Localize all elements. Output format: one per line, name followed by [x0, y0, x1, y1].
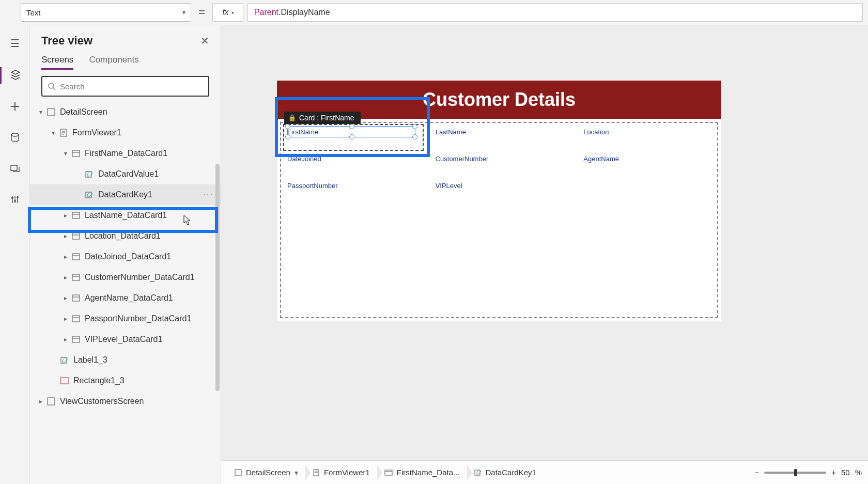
- svg-rect-16: [72, 316, 80, 322]
- formula-token-parent: Parent: [254, 8, 278, 17]
- tree-node-passport-card[interactable]: ▸ PassportNumber_DataCard1: [30, 308, 221, 329]
- formula-input[interactable]: Parent.DisplayName: [247, 3, 863, 22]
- chevron-right-icon: ▸: [61, 336, 70, 343]
- scrollbar-thumb[interactable]: [215, 164, 220, 391]
- field-customernumber[interactable]: CustomerNumber: [436, 152, 563, 177]
- resize-handle[interactable]: [412, 124, 417, 129]
- chevron-right-icon: ▸: [61, 212, 70, 219]
- tree-node-viplevel-card[interactable]: ▸ VIPLevel_DataCard1: [30, 329, 221, 350]
- cursor-icon: [182, 215, 191, 226]
- tree-node-datejoined-card[interactable]: ▸ DateJoined_DataCard1: [30, 246, 221, 267]
- datacard-icon: [70, 212, 82, 219]
- svg-rect-6: [48, 108, 55, 116]
- tree-node-label: VIPLevel_DataCard1: [85, 335, 162, 344]
- resize-handle[interactable]: [349, 134, 354, 139]
- breadcrumb-formviewer[interactable]: FormViewer1: [305, 461, 377, 484]
- tree-node-lastname-card[interactable]: ▸ LastName_DataCard1: [30, 205, 221, 226]
- fx-button[interactable]: fx ▾: [212, 3, 243, 22]
- zoom-in-button[interactable]: +: [831, 468, 836, 477]
- tree-node-customernum-card[interactable]: ▸ CustomerNumber_DataCard1: [30, 267, 221, 288]
- tree-node-agentname-card[interactable]: ▸ AgentName_DataCard1: [30, 288, 221, 308]
- datacard-icon: [70, 150, 82, 157]
- svg-rect-21: [235, 470, 241, 476]
- resize-handle[interactable]: [412, 134, 417, 139]
- tab-screens[interactable]: Screens: [41, 55, 73, 70]
- screen-icon: [235, 469, 242, 476]
- formula-bar: Text ▾ = fx ▾ Parent.DisplayName: [0, 0, 868, 25]
- property-dropdown-label: Text: [26, 8, 41, 17]
- insert-icon[interactable]: [0, 98, 29, 115]
- breadcrumb-datacardkey[interactable]: DataCardKey1: [467, 461, 544, 484]
- field-passportnumber[interactable]: PassportNumber: [287, 179, 415, 204]
- tree-node-location-card[interactable]: ▸ Location_DataCard1: [30, 226, 221, 246]
- form-icon: [58, 129, 69, 137]
- resize-handle[interactable]: [349, 124, 354, 129]
- chevron-right-icon: ▸: [61, 232, 70, 240]
- property-dropdown[interactable]: Text ▾: [21, 3, 191, 22]
- tree-node-label: DetailScreen: [60, 107, 107, 117]
- card-tag-label: Card : FirstName: [299, 114, 354, 122]
- rectangle-icon: [59, 377, 70, 384]
- svg-point-4: [17, 196, 19, 198]
- tree-node-label1-3[interactable]: Label1_3: [30, 350, 221, 370]
- label-edit-icon: [84, 170, 95, 178]
- tree-node-datacardvalue[interactable]: DataCardValue1: [30, 164, 221, 184]
- field-location[interactable]: Location: [583, 125, 711, 150]
- canvas[interactable]: Customer Details FirstName LastName Loca…: [221, 25, 868, 484]
- data-icon[interactable]: [0, 129, 29, 146]
- search-box[interactable]: [41, 76, 209, 97]
- tree-node-formviewer[interactable]: ▾ FormViewer1: [30, 122, 221, 143]
- svg-rect-12: [72, 233, 80, 239]
- resize-handle[interactable]: [285, 134, 290, 139]
- left-rail: ☰: [0, 25, 30, 484]
- chevron-down-icon: ▾: [295, 469, 298, 477]
- breadcrumb-label: FormViewer1: [324, 468, 370, 477]
- selected-label-box[interactable]: [287, 126, 415, 137]
- search-input[interactable]: [60, 82, 203, 91]
- tree-title: Tree view: [41, 34, 92, 48]
- close-icon[interactable]: ✕: [200, 35, 209, 47]
- tab-components[interactable]: Components: [89, 55, 138, 70]
- tree-node-rectangle1-3[interactable]: Rectangle1_3: [30, 370, 221, 391]
- search-icon: [48, 82, 56, 90]
- zoom-slider[interactable]: [764, 472, 826, 474]
- tree-node-datacardkey[interactable]: DataCardKey1 ···: [30, 184, 221, 205]
- datacard-icon: [70, 274, 82, 281]
- zoom-thumb[interactable]: [794, 469, 797, 476]
- tree-view-icon[interactable]: [0, 67, 29, 84]
- tree-node-label: DataCardValue1: [98, 169, 159, 179]
- datacard-icon: [70, 294, 82, 302]
- advanced-tools-icon[interactable]: [0, 191, 29, 208]
- field-datejoined[interactable]: DateJoined: [287, 152, 415, 177]
- zoom-control: − + 50 %: [754, 468, 862, 477]
- resize-handle[interactable]: [285, 124, 290, 129]
- media-icon[interactable]: [0, 160, 29, 177]
- svg-rect-23: [385, 470, 392, 475]
- zoom-out-button[interactable]: −: [754, 468, 759, 477]
- form-viewer[interactable]: FirstName LastName Location DateJoined C…: [280, 122, 718, 318]
- svg-point-2: [11, 197, 13, 199]
- tree-node-detailscreen[interactable]: ▾ DetailScreen: [30, 102, 221, 122]
- datacard-icon: [70, 336, 82, 343]
- tree-node-label: AgentName_DataCard1: [85, 293, 173, 303]
- tree-node-label: FirstName_DataCard1: [85, 149, 167, 158]
- selected-card[interactable]: 🔒 Card : FirstName: [283, 124, 424, 151]
- tree-panel: Tree view ✕ Screens Components ▾ DetailS…: [30, 25, 221, 484]
- svg-point-3: [14, 200, 16, 202]
- label-edit-icon: [84, 191, 95, 199]
- tree-node-label: Label1_3: [73, 355, 107, 365]
- tree-node-viewcustomers[interactable]: ▸ ViewCustomersScreen: [30, 391, 221, 412]
- more-icon[interactable]: ···: [204, 190, 213, 199]
- breadcrumb-detailscreen[interactable]: DetailScreen ▾: [227, 461, 305, 484]
- field-agentname[interactable]: AgentName: [583, 152, 711, 177]
- field-lastname[interactable]: LastName: [436, 125, 563, 150]
- tree-node-firstname-card[interactable]: ▾ FirstName_DataCard1: [30, 143, 221, 164]
- breadcrumb-datacard[interactable]: FirstName_Data...: [377, 461, 467, 484]
- hamburger-icon[interactable]: ☰: [0, 34, 29, 53]
- svg-rect-19: [60, 378, 69, 384]
- label-edit-icon: [59, 356, 70, 364]
- field-viplevel[interactable]: VIPLevel: [436, 179, 563, 204]
- chevron-right-icon: ▸: [36, 398, 45, 405]
- chevron-right-icon: ▸: [61, 294, 70, 302]
- screen-icon: [45, 108, 57, 116]
